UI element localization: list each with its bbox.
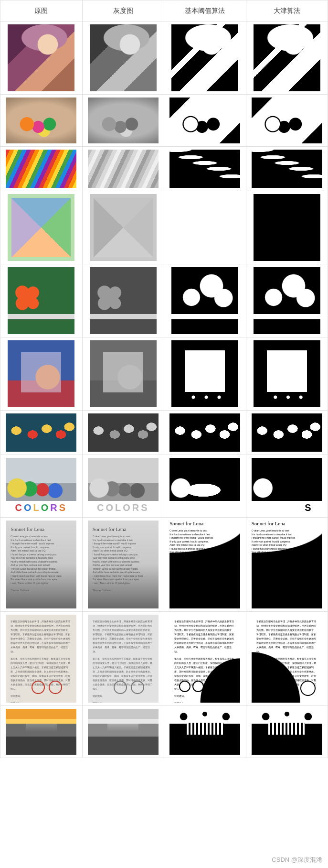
wall-otsu: [252, 709, 322, 755]
header-row: 原图 灰度图 基本阈值算法 大津算法: [0, 0, 328, 22]
lena-original: [8, 24, 74, 91]
doc-signature: 某某单位: [256, 701, 317, 703]
table-row: [0, 22, 328, 95]
colors-original: COLORS: [6, 458, 76, 514]
header-threshold: 基本阈值算法: [164, 0, 246, 22]
waves-grayscale: [88, 150, 159, 188]
doc-paragraph: 特此通知。: [11, 694, 72, 698]
table-row: [0, 95, 328, 147]
macaron-original: [6, 98, 76, 143]
sonnet-body: O dear Lena, your beauty is so vastIt is…: [169, 529, 240, 586]
doc-paragraph: 学校应当加强对学生的管理，开展多种形式的安全教育活动，增强学生的安全意识和自我保…: [11, 619, 72, 654]
lena-threshold: [171, 24, 238, 91]
macaron-grayscale: [88, 98, 159, 143]
sonnet-title: Sonnet for Lena: [93, 526, 154, 532]
doc-otsu: 学校应当加强对学生的管理，开展多种形式的安全教育活动，增强学生的安全意识和自我保…: [252, 615, 322, 703]
abstract-original: [8, 340, 74, 407]
table-row: [0, 264, 328, 337]
waves-otsu: [252, 150, 322, 188]
geom-grayscale: [90, 194, 157, 261]
colors-letters: COLORS: [252, 501, 322, 514]
abstract-otsu: [254, 340, 320, 407]
header-original: 原图: [0, 0, 83, 22]
stamp-icon: [300, 681, 316, 696]
tulips-otsu: [252, 413, 322, 452]
table-row: Sonnet for LenaO dear Lena, your beauty …: [0, 518, 328, 612]
abstract-grayscale: [90, 340, 157, 407]
tulips-threshold: [169, 413, 240, 452]
stamp-icon: [49, 681, 62, 694]
header-otsu: 大津算法: [246, 0, 328, 22]
doc-paragraph: 学校应当加强对学生的管理，开展多种形式的安全教育活动，增强学生的安全意识和自我保…: [256, 619, 317, 654]
sonnet-body: O dear Lena, your beauty is so vastIt is…: [252, 529, 322, 586]
table-row: COLORSCOLORSCOLORSCOLORS: [0, 455, 328, 518]
table-row: [0, 337, 328, 411]
doc-paragraph: 学校应当加强对学生的管理，开展多种形式的安全教育活动，增强学生的安全意识和自我保…: [174, 619, 235, 654]
wall-grayscale: [88, 709, 159, 755]
tulips-grayscale: [88, 413, 159, 452]
sonnet-title: Sonnet for Lena: [252, 521, 322, 526]
colors-threshold: COLORS: [169, 458, 240, 514]
lena-otsu: [254, 24, 320, 91]
sonnet-otsu: Sonnet for LenaO dear Lena, your beauty …: [252, 521, 322, 608]
colors-letters: COLORS: [88, 501, 159, 514]
sonnet-threshold: Sonnet for LenaO dear Lena, your beauty …: [169, 521, 240, 608]
table-row: 学校应当加强对学生的管理，开展多种形式的安全教育活动，增强学生的安全意识和自我保…: [0, 612, 328, 706]
doc-signature: 某某单位: [174, 701, 235, 703]
table-row: [0, 191, 328, 264]
abstract-threshold: [171, 340, 238, 407]
flower-threshold: [171, 267, 238, 334]
doc-signature: 某某单位: [93, 701, 154, 703]
stamp-icon: [131, 681, 144, 694]
sonnet-original: Sonnet for LenaO dear Lena, your beauty …: [6, 521, 76, 608]
flower-grayscale: [90, 267, 157, 334]
doc-paragraph: 学校应当加强对学生的管理，开展多种形式的安全教育活动，增强学生的安全意识和自我保…: [93, 619, 154, 654]
doc-original: 学校应当加强对学生的管理，开展多种形式的安全教育活动，增强学生的安全意识和自我保…: [6, 615, 76, 703]
table-row: [0, 147, 328, 191]
waves-original: [6, 150, 76, 188]
sonnet-title: Sonnet for Lena: [169, 521, 240, 526]
table-row: [0, 411, 328, 455]
comparison-table: 原图 灰度图 基本阈值算法 大津算法 COLORSCOLORSCOLORSCOL…: [0, 0, 328, 758]
stamp-icon: [114, 681, 127, 694]
colors-letters: COLORS: [6, 501, 76, 514]
sonnet-body: O dear Lena, your beauty is so vastIt is…: [93, 535, 154, 592]
header-grayscale: 灰度图: [82, 0, 164, 22]
lena-grayscale: [90, 24, 157, 91]
macaron-threshold: [169, 98, 240, 143]
geom-original: [8, 194, 74, 261]
doc-threshold: 学校应当加强对学生的管理，开展多种形式的安全教育活动，增强学生的安全意识和自我保…: [169, 615, 240, 703]
doc-paragraph: 特此通知。: [93, 694, 154, 698]
stamp-icon: [192, 681, 204, 692]
flower-otsu: [254, 267, 320, 334]
sonnet-title: Sonnet for Lena: [11, 526, 72, 532]
table-row: [0, 706, 328, 758]
waves-threshold: [169, 150, 240, 188]
geom-otsu: [254, 194, 320, 261]
flower-original: [8, 267, 74, 334]
colors-letters: COLORS: [169, 501, 240, 514]
doc-signature: 某某单位: [11, 701, 72, 703]
colors-otsu: COLORS: [252, 458, 322, 514]
sonnet-body: O dear Lena, your beauty is so vastIt is…: [11, 535, 72, 592]
colors-grayscale: COLORS: [88, 458, 159, 514]
wall-original: [6, 709, 76, 755]
tulips-original: [6, 413, 76, 452]
stamp-icon: [32, 681, 45, 694]
wall-threshold: [169, 709, 240, 755]
geom-threshold: [171, 194, 238, 261]
doc-paragraph: 特此通知。: [174, 694, 235, 698]
doc-grayscale: 学校应当加强对学生的管理，开展多种形式的安全教育活动，增强学生的安全意识和自我保…: [88, 615, 159, 703]
macaron-otsu: [252, 98, 322, 143]
sonnet-grayscale: Sonnet for LenaO dear Lena, your beauty …: [88, 521, 159, 608]
